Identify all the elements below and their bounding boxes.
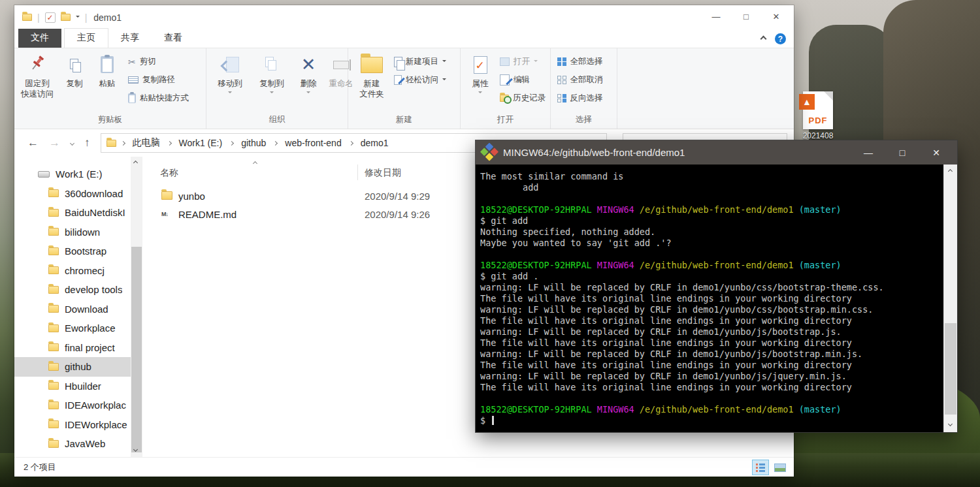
sidebar-item[interactable]: IDEWorkplace bbox=[14, 415, 131, 435]
terminal-line: The file will have its original line end… bbox=[480, 293, 943, 304]
history-button[interactable]: 历史记录 bbox=[500, 93, 546, 104]
terminal-titlebar[interactable]: MINGW64:/e/github/web-front-end/demo1 — … bbox=[476, 140, 957, 165]
delete-button[interactable]: ✕ 删除 bbox=[294, 53, 323, 100]
tab-share[interactable]: 共享 bbox=[108, 29, 152, 48]
sidebar-item[interactable]: Hbuilder bbox=[14, 377, 131, 396]
sidebar-item[interactable]: Download bbox=[14, 300, 131, 319]
maximize-button[interactable]: □ bbox=[731, 7, 761, 26]
tab-home[interactable]: 主页 bbox=[64, 28, 108, 48]
copy-button[interactable]: 复制 bbox=[60, 53, 89, 89]
close-button[interactable]: ✕ bbox=[761, 7, 791, 26]
sidebar-item[interactable]: Bootstrap bbox=[14, 242, 131, 261]
breadcrumb-item[interactable]: 此电脑 bbox=[130, 137, 163, 149]
help-icon[interactable]: ? bbox=[775, 33, 786, 44]
tab-file[interactable]: 文件 bbox=[18, 29, 61, 48]
back-icon[interactable]: ← bbox=[27, 136, 39, 149]
invert-selection-button[interactable]: 反向选择 bbox=[557, 93, 603, 104]
tab-view[interactable]: 查看 bbox=[152, 29, 195, 48]
terminal-output[interactable]: The most similar command is add 18522@DE… bbox=[476, 165, 943, 432]
new-folder-quick-icon[interactable] bbox=[61, 14, 71, 21]
sidebar-item-label: Download bbox=[65, 304, 108, 315]
open-button[interactable]: 打开 bbox=[500, 56, 538, 67]
breadcrumb-chevron-icon[interactable] bbox=[120, 140, 125, 145]
sidebar-scrollbar[interactable] bbox=[131, 157, 142, 457]
breadcrumb-item[interactable]: demo1 bbox=[358, 138, 391, 148]
recent-locations-icon[interactable] bbox=[70, 140, 74, 145]
select-none-icon bbox=[557, 76, 566, 85]
git-icon bbox=[479, 142, 499, 163]
paste-shortcut-button[interactable]: 粘贴快捷方式 bbox=[128, 93, 189, 104]
breadcrumb-item[interactable]: github bbox=[238, 138, 269, 148]
sidebar-item[interactable]: bilidown bbox=[14, 223, 131, 242]
new-item-button[interactable]: 新建项目 bbox=[394, 56, 446, 67]
minimize-button[interactable]: — bbox=[701, 7, 731, 26]
scroll-down-icon[interactable] bbox=[948, 422, 953, 426]
terminal-close-button[interactable]: ✕ bbox=[919, 140, 953, 165]
breadcrumb-chevron-icon[interactable] bbox=[229, 140, 234, 145]
column-header-date[interactable]: 修改日期 bbox=[365, 167, 401, 179]
paste-button[interactable]: 粘贴 bbox=[91, 53, 123, 89]
terminal-scrollbar[interactable] bbox=[943, 165, 957, 432]
terminal-minimize-button[interactable]: — bbox=[851, 140, 885, 165]
copy-to-label: 复制到 bbox=[259, 79, 284, 88]
sidebar-item[interactable]: github bbox=[14, 357, 131, 377]
new-folder-button[interactable]: 新建 文件夹 bbox=[353, 53, 390, 100]
move-to-button[interactable]: 移动到 bbox=[210, 53, 250, 100]
properties-quick-icon[interactable]: ✓ bbox=[45, 12, 56, 23]
sidebar-item[interactable]: chromecj bbox=[14, 261, 131, 281]
sidebar-item[interactable]: IDEAworkplac bbox=[14, 396, 131, 415]
column-divider[interactable] bbox=[357, 165, 358, 180]
sidebar-item[interactable]: Eworkplace bbox=[14, 319, 131, 338]
scroll-up-icon[interactable] bbox=[133, 161, 138, 165]
pin-to-quick-access-button[interactable]: 固定到 快速访问 bbox=[17, 53, 57, 100]
sidebar-item[interactable]: JavaWeb bbox=[14, 434, 131, 454]
sidebar-item[interactable]: BaiduNetdiskI bbox=[14, 203, 131, 223]
copy-path-button[interactable]: 复制路径 bbox=[128, 74, 175, 86]
sidebar-item[interactable]: 360download bbox=[14, 184, 131, 204]
new-item-icon bbox=[394, 57, 402, 67]
breadcrumb-chevron-icon[interactable] bbox=[273, 140, 278, 145]
explorer-titlebar[interactable]: | ✓ | demo1 — □ ✕ bbox=[14, 5, 794, 29]
sidebar-item-label: IDEAworkplac bbox=[65, 400, 126, 411]
cut-button[interactable]: ✂ 剪切 bbox=[128, 56, 156, 67]
edit-button[interactable]: 编辑 bbox=[500, 74, 530, 86]
breadcrumb-item[interactable]: web-front-end bbox=[282, 138, 344, 148]
terminal-cursor bbox=[492, 416, 494, 425]
sidebar-item-label: Hbuilder bbox=[65, 381, 101, 392]
terminal-line: 18522@DESKTOP-92HRPAL MINGW64 /e/github/… bbox=[480, 204, 943, 215]
select-none-button[interactable]: 全部取消 bbox=[557, 74, 603, 86]
breadcrumb-item[interactable]: Work1 (E:) bbox=[176, 138, 225, 148]
sidebar-item[interactable]: final project bbox=[14, 338, 131, 358]
copy-to-button[interactable]: 复制到 bbox=[252, 53, 291, 100]
thumbnails-view-button[interactable] bbox=[772, 460, 789, 475]
breadcrumb-chevron-icon[interactable] bbox=[349, 140, 353, 145]
desktop-pdf-shortcut[interactable]: ▲ PDF 2021408 bbox=[798, 91, 838, 140]
terminal-line: The file will have its original line end… bbox=[480, 338, 943, 349]
sidebar-item[interactable]: Work1 (E:) bbox=[14, 165, 131, 184]
qat-dropdown-icon[interactable] bbox=[76, 16, 80, 20]
ribbon-group-select: 全部选择 全部取消 反向选择 选择 bbox=[551, 48, 617, 129]
scrollbar-thumb[interactable] bbox=[945, 323, 956, 415]
up-icon[interactable]: ↑ bbox=[84, 136, 90, 149]
column-header-name[interactable]: 名称 bbox=[160, 167, 178, 179]
history-icon bbox=[500, 95, 509, 102]
scroll-up-icon[interactable] bbox=[948, 169, 953, 174]
properties-button[interactable]: ✓ 属性 bbox=[466, 53, 495, 100]
file-name[interactable]: yunbo bbox=[178, 191, 205, 202]
forward-icon[interactable]: → bbox=[49, 136, 60, 149]
breadcrumb-chevron-icon[interactable] bbox=[167, 140, 171, 145]
sort-ascending-icon[interactable] bbox=[253, 161, 257, 166]
terminal-line bbox=[480, 193, 943, 204]
select-all-button[interactable]: 全部选择 bbox=[557, 56, 603, 67]
sidebar-list: Work1 (E:)360downloadBaiduNetdiskIbilido… bbox=[14, 157, 131, 457]
details-view-button[interactable] bbox=[752, 460, 769, 475]
file-name[interactable]: README.md bbox=[178, 209, 237, 220]
easy-access-button[interactable]: 轻松访问 bbox=[394, 74, 446, 86]
sidebar-item[interactable]: develop tools bbox=[14, 280, 131, 300]
sidebar-item-label: github bbox=[65, 361, 91, 372]
collapse-ribbon-icon[interactable] bbox=[760, 36, 767, 42]
ribbon-group-organize: 移动到 复制到 ✕ 删除 重命名 组织 bbox=[206, 48, 348, 129]
terminal-maximize-button[interactable]: □ bbox=[885, 140, 919, 165]
scrollbar-thumb[interactable] bbox=[131, 247, 142, 452]
terminal-line: Nothing specified, nothing added. bbox=[480, 227, 943, 238]
